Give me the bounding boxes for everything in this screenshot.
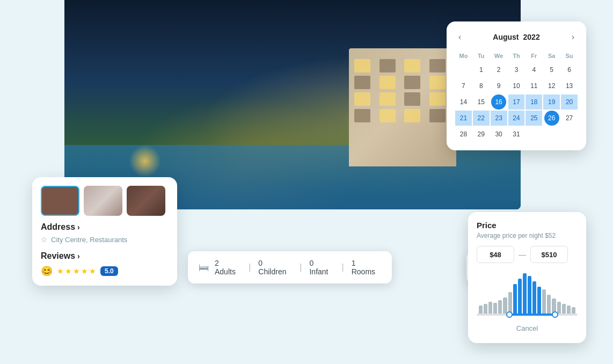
calendar-day[interactable]: 23 [491,111,507,126]
calendar-next-button[interactable]: › [568,30,578,44]
calendar-day[interactable]: 19 [543,94,560,110]
chart-bar [528,276,531,314]
chart-bar [572,307,575,314]
thumbnail-1[interactable] [41,186,79,216]
calendar-card: ‹ August 2022 › MoTuWeThFrSaSu1234567891… [447,21,586,150]
calendar-day[interactable]: 7 [456,78,471,93]
calendar-day[interactable]: 24 [508,111,525,126]
stars: ★ ★ ★ ★ ★ [57,267,96,275]
hotel-location: ☆ City Centre, Restaurants [41,235,169,244]
chart-bar [508,292,512,314]
chart-bar [498,300,502,314]
calendar-day[interactable]: 17 [508,94,525,110]
calendar-day[interactable]: 21 [455,111,472,126]
cancel-button[interactable]: Cancel [477,322,578,334]
reviews-text: Reviews [41,251,75,261]
thumbnail-2[interactable] [84,186,122,216]
calendar-day[interactable]: 18 [526,94,542,110]
chart-bar [542,289,546,314]
calendar-day[interactable]: 13 [562,78,577,93]
thumbnail-3[interactable] [127,186,165,216]
hotel-address[interactable]: Address › [41,222,169,232]
calendar-year: 2022 [523,33,540,41]
calendar-day-header: Mo [455,50,472,61]
calendar-day[interactable]: 12 [544,78,559,93]
calendar-day-header: We [491,50,507,61]
chart-bar [518,279,522,314]
smiley-icon: 😊 [41,265,53,277]
calendar-day[interactable]: 28 [456,127,471,142]
price-min-input[interactable] [477,246,514,263]
divider-1: | [249,263,251,272]
chart-bar [488,302,492,314]
calendar-day-header: Fr [526,50,542,61]
calendar-day[interactable]: 26 [544,111,559,126]
calendar-day[interactable]: 8 [473,78,488,93]
calendar-day[interactable]: 30 [491,127,506,142]
address-chevron-icon: › [77,223,80,231]
address-text: Address [41,222,75,232]
rooms-label: 1 Rooms [352,259,381,276]
calendar-day-header: Su [561,50,578,61]
calendar-day[interactable]: 3 [509,62,524,77]
calendar-day[interactable]: 15 [473,94,488,110]
calendar-day[interactable]: 29 [473,127,488,142]
calendar-day[interactable]: 31 [509,127,524,142]
calendar-day[interactable]: 5 [544,62,559,77]
calendar-day[interactable]: 1 [473,62,488,77]
calendar-grid: MoTuWeThFrSaSu12345678910111213141516171… [455,50,578,142]
chart-bar [567,305,571,314]
calendar-day[interactable]: 4 [527,62,542,77]
location-text: City Centre, Restaurants [51,236,127,244]
chart-bar [557,302,561,314]
calendar-day[interactable]: 22 [473,111,490,126]
children-label: 0 Children [258,259,292,276]
calendar-prev-button[interactable]: ‹ [455,30,464,44]
calendar-day[interactable]: 16 [491,94,506,110]
chart-bar [532,281,536,314]
calendar-day [456,62,471,77]
star-4: ★ [81,267,88,275]
chart-bar [523,273,527,314]
calendar-day[interactable]: 20 [561,94,578,110]
price-title: Price [477,221,578,230]
calendar-header: ‹ August 2022 › [455,30,578,44]
divider-3: | [342,263,344,272]
price-max-input[interactable] [530,246,568,263]
price-range: — [477,246,578,263]
hotel-card: Address › ☆ City Centre, Restaurants Rev… [32,177,177,286]
calendar-day-header: Th [508,50,525,61]
rating-badge: 5.0 [100,266,118,276]
calendar-day[interactable]: 10 [509,78,524,93]
calendar-day[interactable]: 27 [562,111,577,126]
calendar-day[interactable]: 25 [526,111,542,126]
star-3: ★ [73,267,80,275]
star-2: ★ [65,267,72,275]
rating-row: 😊 ★ ★ ★ ★ ★ 5.0 [41,265,169,277]
price-card: Price Average price per night $52 — Canc… [468,212,586,343]
calendar-day-header: Tu [473,50,490,61]
reviews-label[interactable]: Reviews › [41,251,169,261]
infant-label: 0 Infant [309,259,334,276]
chart-bar [503,297,507,314]
star-1: ★ [57,267,64,275]
slider-handle-left[interactable] [506,311,513,318]
chart-bar [484,304,487,314]
calendar-title: August 2022 [493,33,539,41]
hotel-thumbnails [41,186,169,216]
guest-selector[interactable]: 🛏 2 Adults | 0 Children | 0 Infant | 1 R… [188,251,392,283]
calendar-day[interactable]: 11 [527,78,542,93]
price-subtitle: Average price per night $52 [477,232,578,239]
slider-handle-right[interactable] [552,311,558,318]
chart-slider[interactable] [477,314,578,316]
adults-label: 2 Adults [215,259,241,276]
calendar-day[interactable]: 2 [491,62,506,77]
price-dash: — [519,250,526,259]
calendar-day-header: Sa [543,50,560,61]
chart-bar [537,287,541,314]
chart-bar [513,284,517,314]
slider-track [507,314,557,316]
calendar-day[interactable]: 9 [491,78,506,93]
calendar-day[interactable]: 14 [456,94,471,110]
calendar-day[interactable]: 6 [562,62,577,77]
